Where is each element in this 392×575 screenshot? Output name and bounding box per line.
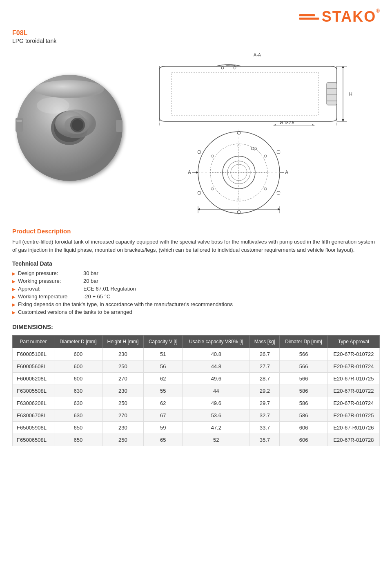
front-view-svg: Dp A A: [135, 130, 372, 215]
product-description-title: Product Description: [12, 228, 380, 235]
table-row: F60006208L6002706249.628.7566E20-67R-010…: [13, 373, 380, 385]
table-cell: 35.7: [250, 434, 280, 446]
table-cell: 29.2: [250, 385, 280, 397]
table-cell: 630: [54, 409, 102, 422]
table-cell: 55: [144, 385, 183, 397]
table-row: F63006708L6302706753.632.7586E20-67R-010…: [13, 409, 380, 422]
table-cell: 650: [54, 422, 102, 434]
table-cell: 250: [102, 397, 144, 409]
tech-item-label: Approval:: [18, 286, 83, 292]
svg-text:A: A: [285, 170, 288, 175]
table-cell: 47.2: [183, 422, 250, 434]
technical-data-items: ▶ Design pressure: 30 bar ▶ Working pres…: [12, 270, 380, 300]
tech-note-text: Fixing depends on the tank's type, in ac…: [18, 301, 233, 307]
logo-reg: ®: [376, 8, 380, 14]
tech-note-bullet: ▶: [12, 310, 16, 315]
table-cell: E20-67R-010725: [327, 373, 379, 385]
side-view-svg: H Ø 182.5 D: [135, 62, 372, 125]
tech-note: ▶ Customized versions of the tanks to be…: [12, 309, 380, 315]
table-header-cell: Diameter D [mm]: [54, 336, 102, 348]
table-cell: 270: [102, 409, 144, 422]
table-cell: 40.8: [183, 348, 250, 360]
table-cell: 630: [54, 397, 102, 409]
table-cell: F63006708L: [13, 409, 54, 422]
table-cell: F60005608L: [13, 360, 54, 373]
table-cell: 250: [102, 434, 144, 446]
table-header-cell: Mass [kg]: [250, 336, 280, 348]
table-cell: F65005908L: [13, 422, 54, 434]
svg-point-38: [277, 191, 280, 195]
svg-rect-16: [327, 83, 337, 105]
table-body: F60005108L6002305140.826.7566E20-67R-010…: [13, 348, 380, 446]
table-cell: 44: [183, 385, 250, 397]
tech-bullet: ▶: [12, 279, 16, 284]
table-cell: 33.7: [250, 422, 280, 434]
table-header-cell: Part number: [13, 336, 54, 348]
table-cell: 586: [280, 397, 328, 409]
tech-bullet: ▶: [12, 295, 16, 299]
svg-text:A: A: [188, 170, 191, 175]
table-cell: E20-67R-010722: [327, 348, 379, 360]
svg-point-15: [234, 67, 236, 69]
logo-text: STAKO: [322, 8, 376, 25]
table-row: F65006508L650250655235.7606E20-67R-01072…: [13, 434, 380, 446]
table-cell: 65: [144, 434, 183, 446]
table-row: F60005108L6002305140.826.7566E20-67R-010…: [13, 348, 380, 360]
tech-item-label: Working temperature: [18, 293, 83, 300]
tech-data-item: ▶ Approval: ECE 67.01 Regulation: [12, 286, 380, 292]
images-section: A-A: [12, 52, 380, 215]
svg-point-37: [198, 191, 201, 195]
table-cell: 606: [280, 422, 328, 434]
table-cell: E20-67R-010725: [327, 409, 379, 422]
svg-point-3: [35, 80, 104, 98]
table-cell: 49.6: [183, 373, 250, 385]
table-cell: F63006208L: [13, 397, 54, 409]
table-cell: 67: [144, 409, 183, 422]
table-cell: E20-67R-010724: [327, 360, 379, 373]
dimensions-title: DIMENSIONS:: [12, 323, 380, 330]
table-cell: 586: [280, 385, 328, 397]
table-header-cell: Type Approval: [327, 336, 379, 348]
table-cell: E20-67R-010728: [327, 434, 379, 446]
table-cell: 49.6: [183, 397, 250, 409]
technical-data-title: Technical Data: [12, 260, 380, 267]
tech-data-item: ▶ Working pressure: 20 bar: [12, 278, 380, 284]
svg-point-41: [211, 155, 214, 157]
svg-rect-9: [16, 120, 22, 122]
table-cell: F60005108L: [13, 348, 54, 360]
tech-item-value: -20 + 65 °C: [83, 293, 110, 300]
table-cell: 270: [102, 373, 144, 385]
table-cell: E20-67-R010726: [327, 422, 379, 434]
table-cell: 230: [102, 422, 144, 434]
product-description-text: Full (centre-filled) toroidal tank of in…: [12, 238, 380, 254]
svg-point-7: [72, 119, 83, 131]
table-cell: 53.6: [183, 409, 250, 422]
table-header: Part numberDiameter D [mm]Height H [mm]C…: [13, 336, 380, 348]
table-cell: 26.7: [250, 348, 280, 360]
table-row: F63006208L6302506249.629.7586E20-67R-010…: [13, 397, 380, 409]
product-code: F08L: [12, 29, 380, 37]
svg-text:H: H: [349, 92, 352, 96]
tech-note: ▶ Fixing depends on the tank's type, in …: [12, 301, 380, 307]
table-cell: 566: [280, 373, 328, 385]
table-cell: 606: [280, 434, 328, 446]
product-subtitle: LPG toroidal tank: [12, 38, 380, 44]
tech-bullet: ▶: [12, 287, 16, 291]
logo-lines: [299, 14, 319, 20]
svg-point-14: [221, 67, 224, 69]
tank-photo-svg: [12, 52, 127, 191]
stako-logo: STAKO ®: [299, 8, 380, 25]
tech-data-item: ▶ Design pressure: 30 bar: [12, 270, 380, 276]
table-row: F65005908L6502305947.233.7606E20-67-R010…: [13, 422, 380, 434]
table-header-cell: Dimater Dp [mm]: [280, 336, 328, 348]
logo-line-1: [299, 14, 315, 16]
tech-item-label: Design pressure:: [18, 270, 83, 276]
logo-line-2: [299, 18, 319, 20]
table-cell: 566: [280, 360, 328, 373]
table-row: F63005508L630230554429.2586E20-67R-01072…: [13, 385, 380, 397]
tech-note-bullet: ▶: [12, 302, 16, 307]
svg-point-44: [264, 188, 267, 190]
table-cell: 56: [144, 360, 183, 373]
table-cell: 230: [102, 348, 144, 360]
table-header-cell: Capacity V [l]: [144, 336, 183, 348]
